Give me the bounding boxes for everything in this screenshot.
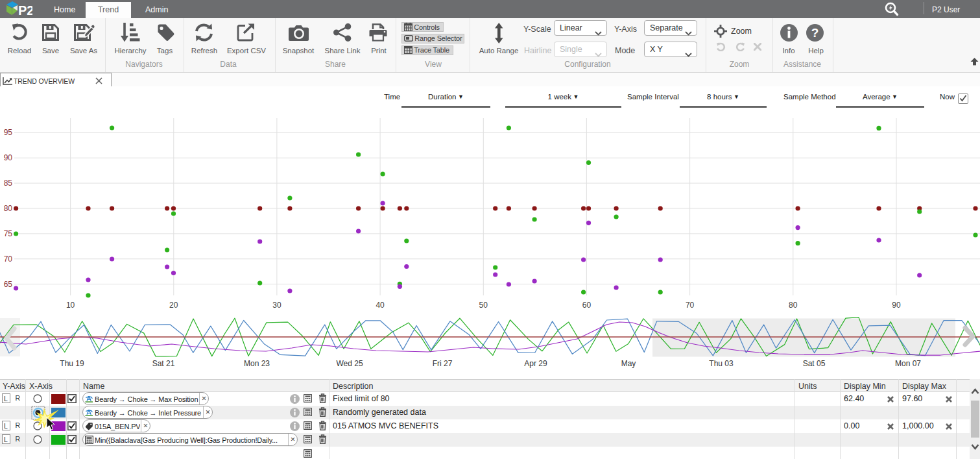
svg-text:70: 70	[686, 301, 695, 310]
svg-text:Sat 05: Sat 05	[803, 359, 826, 368]
svg-text:40: 40	[376, 301, 385, 310]
svg-text:Thu 03: Thu 03	[709, 359, 734, 368]
svg-text:10: 10	[66, 301, 75, 310]
svg-text:60: 60	[582, 301, 592, 310]
svg-text:75: 75	[4, 229, 13, 238]
svg-text:?: ?	[811, 26, 819, 40]
svg-text:May: May	[621, 359, 636, 368]
svg-text:80: 80	[4, 204, 13, 213]
svg-text:P2: P2	[18, 3, 32, 18]
svg-text:Sat 21: Sat 21	[152, 359, 175, 368]
svg-text:85: 85	[4, 179, 13, 188]
svg-text:50: 50	[479, 301, 488, 310]
svg-text:Mon 23: Mon 23	[244, 359, 270, 368]
svg-text:90: 90	[4, 153, 13, 162]
svg-text:80: 80	[789, 301, 798, 310]
svg-text:95: 95	[4, 128, 13, 137]
svg-text:Apr 29: Apr 29	[524, 359, 547, 368]
svg-text:30: 30	[272, 301, 281, 310]
svg-text:90: 90	[892, 301, 901, 310]
svg-text:Wed 25: Wed 25	[336, 359, 363, 368]
svg-text:65: 65	[4, 280, 13, 289]
svg-text:20: 20	[169, 301, 178, 310]
svg-text:70: 70	[4, 254, 13, 264]
svg-text:Fri 27: Fri 27	[433, 359, 453, 368]
svg-text:Thu 19: Thu 19	[60, 359, 84, 368]
svg-text:Mon 07: Mon 07	[895, 359, 921, 368]
